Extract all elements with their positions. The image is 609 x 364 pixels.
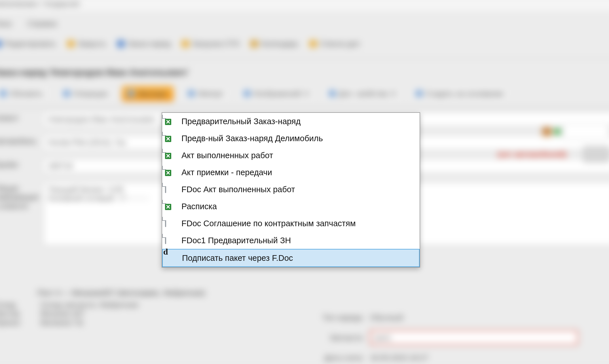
export-dropdown-menu: Предварительный Заказ-наряд Предв-ный За…: [162, 112, 420, 268]
user-avatar-icon[interactable]: [542, 127, 551, 136]
menu-window[interactable]: Окна: [0, 19, 11, 28]
excel-icon: [165, 200, 175, 212]
load-icon: [181, 40, 189, 48]
main-toolbar: Редактировать Закрыть Заказ-наряд Загруз…: [0, 32, 609, 58]
menu-item-preview-order[interactable]: Предварительный Заказ-наряд: [162, 113, 420, 130]
close-icon: [67, 40, 75, 48]
car-warning: (нет автомобилей): [498, 150, 566, 159]
tb-close[interactable]: Закрыть: [67, 39, 106, 48]
label-car: Автомобиль: [0, 135, 37, 146]
app-title: Administrator / Хозрасчёт: [0, 0, 81, 8]
window-title: Заказ-наряд 'Новгородов Иван Анатольевич…: [0, 59, 609, 86]
document-toolbar: Обновить Операции Экспорт Импорт Изображ…: [0, 86, 609, 107]
menu-item-sign-fdoc[interactable]: Подписать пакет через F.Doc: [162, 249, 420, 267]
btn-export[interactable]: Экспорт: [122, 86, 174, 101]
document-icon: [165, 234, 175, 246]
document-icon: [165, 217, 175, 229]
value-sklad[interactable]: Склад запчасти, Фабричная: [40, 300, 138, 309]
label-type: Тип наряда:: [306, 313, 370, 322]
props-icon: [329, 90, 335, 97]
document-icon: [165, 183, 175, 195]
excel-icon: [165, 149, 175, 161]
btn-extprops[interactable]: Доп. свойства: 0: [323, 86, 401, 101]
btn-createfrom[interactable]: Создать на основании: [410, 86, 509, 101]
label-accept: Принял: [0, 318, 40, 327]
tb-doclist[interactable]: Список дел: [310, 39, 360, 48]
label-parts: Запчасти:: [306, 333, 370, 342]
export-icon: [128, 90, 134, 97]
tb-order[interactable]: Заказ-наряд: [117, 39, 171, 48]
edit-icon: [0, 40, 1, 48]
menu-item-act-accept[interactable]: Акт приемки - передачи: [162, 164, 420, 181]
value-master[interactable]: Механик 307: [40, 309, 85, 318]
menu-item-preview-order-delimobil[interactable]: Предв-ный Заказ-наряд Делимобиль: [162, 130, 420, 147]
right-side: (нет автомобилей): [498, 124, 609, 162]
btn-import[interactable]: Импорт: [182, 86, 229, 101]
menu-bar[interactable]: Окна Справка: [0, 11, 609, 31]
menu-item-fdoc1-preview[interactable]: FDoc1 Предварительный ЗН: [162, 232, 420, 249]
btn-images[interactable]: Изображений: 0: [238, 86, 314, 101]
order-icon: [117, 40, 125, 48]
label-notes: Общая информация о клиенте: [0, 182, 37, 210]
calendar-icon: [250, 40, 258, 48]
operations-icon: [63, 90, 70, 97]
createfrom-icon: [415, 90, 422, 97]
tb-loadsto[interactable]: Загрузка СТО: [181, 39, 240, 48]
label-client: Клиент: [0, 112, 37, 122]
btn-update[interactable]: Обновить: [0, 86, 49, 101]
fdoc-icon: [166, 252, 175, 264]
post-line: Пост 4 — Механик307 (Автосервис, Фабричн…: [0, 285, 609, 300]
value-date[interactable]: 18.05.2023 18:27: [370, 353, 428, 362]
doclist-icon: [310, 40, 317, 48]
label-sklad: Склад: [0, 300, 40, 309]
menu-item-fdoc-act-completed[interactable]: FDoc Акт выполненных работ: [162, 181, 420, 198]
tb-calendar[interactable]: Календарь: [250, 39, 299, 48]
import-icon: [188, 90, 194, 97]
menu-item-act-completed[interactable]: Акт выполненных работ: [162, 147, 420, 164]
label-date: Дата счета:: [306, 353, 370, 362]
tb-edit[interactable]: Редактировать: [0, 39, 56, 48]
divider-2: [0, 107, 609, 107]
menu-item-fdoc-agreement[interactable]: FDoc Соглашение по контрактным запчастям: [162, 215, 420, 232]
btn-operations[interactable]: Операции: [58, 86, 113, 101]
images-icon: [244, 90, 250, 97]
menu-item-receipt[interactable]: Расписка: [162, 198, 420, 215]
excel-icon: [165, 115, 175, 127]
field-parts[interactable]: (нет): [370, 330, 578, 345]
value-accept[interactable]: Матвеев Г.В.: [40, 318, 85, 327]
car-button[interactable]: [583, 146, 609, 162]
label-mileage: Пробег: [0, 158, 37, 169]
value-type[interactable]: Обычный: [370, 313, 403, 322]
lower-right-info: Тип наряда:Обычный Запчасти:(нет) Дата с…: [306, 307, 578, 364]
refresh-icon: [0, 90, 6, 97]
excel-icon: [165, 166, 175, 178]
label-master: Мастер: [0, 309, 40, 318]
app-titlebar: Administrator / Хозрасчёт: [0, 0, 609, 11]
client-id-input[interactable]: [563, 124, 609, 140]
menu-help[interactable]: Справка: [27, 19, 57, 28]
excel-icon: [165, 132, 175, 144]
status-dot-icon: [554, 128, 561, 135]
